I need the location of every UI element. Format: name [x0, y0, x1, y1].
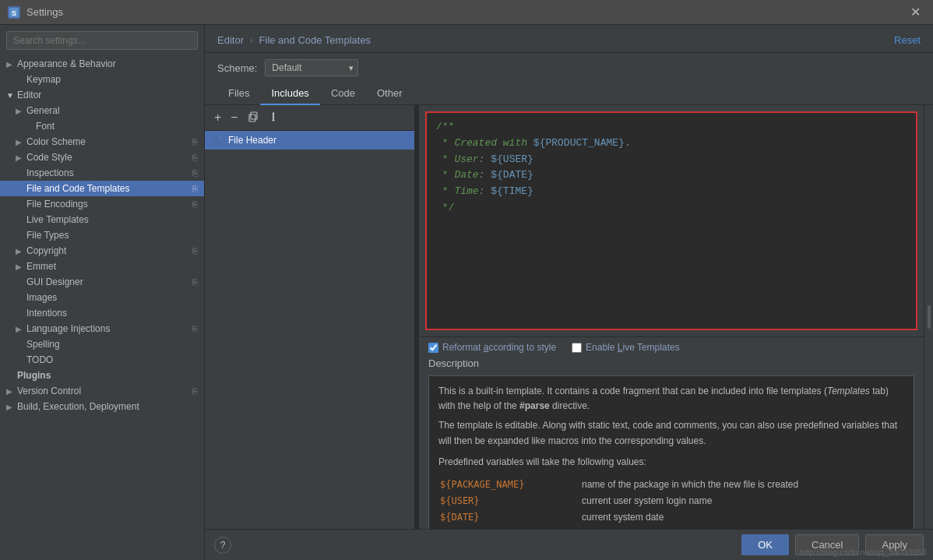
sidebar-item-guidesigner[interactable]: GUI Designer ⎘ — [0, 274, 204, 290]
sidebar-item-label: Build, Execution, Deployment — [17, 401, 198, 412]
ok-button[interactable]: OK — [741, 534, 789, 555]
reformat-label: Reformat according to style — [442, 342, 556, 353]
copy-icon: ⎘ — [192, 168, 198, 178]
copy-icon: ⎘ — [192, 153, 198, 162]
tabs-row: Files Includes Code Other — [205, 83, 933, 105]
scheme-label: Scheme: — [217, 62, 257, 74]
close-button[interactable]: ✕ — [906, 3, 925, 21]
sidebar-item-label: Plugins — [17, 370, 198, 381]
arrow-icon — [16, 309, 23, 318]
table-row: ${USER} current user system login name — [440, 494, 903, 509]
var-desc: name of the package in which the new fil… — [582, 477, 903, 492]
arrow-icon: ▼ — [6, 91, 14, 100]
arrow-icon — [16, 169, 23, 178]
copy-icon: ⎘ — [192, 137, 198, 146]
var-table: ${PACKAGE_NAME} name of the package in w… — [438, 476, 904, 527]
var-name: ${PACKAGE_NAME} — [440, 477, 580, 492]
arrow-icon: ▶ — [16, 262, 23, 271]
sidebar-item-label: Editor — [17, 90, 198, 100]
sidebar-item-spelling[interactable]: Spelling — [0, 336, 204, 352]
templates-list: + − — [205, 105, 415, 529]
breadcrumb-part-editor: Editor — [217, 34, 244, 46]
svg-rect-3 — [251, 112, 257, 119]
code-editor[interactable]: /** * Created with ${PRODUCT_NAME}. * Us… — [425, 111, 917, 330]
template-item-label: File Header — [228, 135, 276, 146]
live-templates-checkbox[interactable] — [572, 343, 582, 353]
sidebar-item-label: Appearance & Behavior — [17, 58, 198, 69]
sidebar-item-label: General — [26, 105, 198, 116]
svg-rect-5 — [214, 136, 220, 144]
help-button[interactable]: ? — [214, 537, 231, 554]
arrow-icon: ▶ — [16, 247, 23, 255]
template-item-fileheader[interactable]: File Header — [205, 131, 414, 150]
template-file-icon — [213, 135, 224, 146]
move-template-button[interactable] — [265, 110, 282, 125]
tab-files[interactable]: Files — [217, 83, 260, 105]
arrow-icon — [16, 76, 23, 84]
sidebar-item-build[interactable]: ▶ Build, Execution, Deployment — [0, 399, 204, 414]
sidebar-item-languageinjections[interactable]: ▶ Language Injections ⎘ — [0, 321, 204, 336]
copy-icon: ⎘ — [192, 277, 198, 287]
sidebar-item-livetemplates[interactable]: Live Templates — [0, 212, 204, 227]
sidebar-item-font[interactable]: Font — [0, 118, 204, 134]
sidebar-item-plugins[interactable]: Plugins — [0, 368, 204, 383]
templates-pane: + − — [205, 105, 933, 529]
arrow-icon: ▶ — [16, 153, 23, 162]
sidebar-item-label: Color Scheme — [26, 136, 192, 147]
sidebar-item-colorscheme[interactable]: ▶ Color Scheme ⎘ — [0, 134, 204, 150]
app-icon: S — [8, 6, 20, 19]
sidebar-item-versioncontrol[interactable]: ▶ Version Control ⎘ — [0, 383, 204, 399]
sidebar-item-label: Live Templates — [26, 214, 198, 225]
sidebar-item-general[interactable]: ▶ General — [0, 103, 204, 118]
arrow-icon: ▶ — [6, 403, 14, 411]
options-row: Reformat according to style Enable Live … — [419, 336, 924, 357]
sidebar-item-images[interactable]: Images — [0, 290, 204, 305]
sidebar-item-label: Font — [36, 121, 198, 132]
sidebar-item-filecodetemplates[interactable]: File and Code Templates ⎘ — [0, 181, 204, 196]
sidebar-item-filetypes[interactable]: File Types — [0, 227, 204, 243]
tab-code[interactable]: Code — [320, 83, 366, 105]
tab-other[interactable]: Other — [366, 83, 414, 105]
sidebar-item-editor[interactable]: ▼ Editor — [0, 87, 204, 103]
copy-template-button[interactable] — [245, 110, 262, 125]
sidebar-item-inspections[interactable]: Inspections ⎘ — [0, 165, 204, 181]
var-desc: current system date — [582, 510, 903, 525]
sidebar-item-label: Emmet — [26, 261, 198, 272]
live-templates-checkbox-label[interactable]: Enable Live Templates — [572, 342, 680, 353]
reformat-checkbox[interactable] — [428, 343, 438, 353]
sidebar-item-keymap[interactable]: Keymap — [0, 72, 204, 87]
templates-toolbar: + − — [205, 105, 414, 131]
add-template-button[interactable]: + — [211, 110, 224, 125]
sidebar-item-label: Language Injections — [26, 323, 192, 334]
arrow-icon — [6, 372, 14, 380]
sidebar-item-copyright[interactable]: ▶ Copyright ⎘ — [0, 243, 204, 259]
scrollbar[interactable] — [924, 105, 933, 529]
remove-template-button[interactable]: − — [227, 110, 241, 125]
sidebar-item-label: GUI Designer — [26, 276, 192, 287]
description-area: Description This is a built-in template.… — [419, 357, 924, 529]
sidebar-item-intentions[interactable]: Intentions — [0, 305, 204, 321]
watermark: http://blog.csdn.net/qq_34033853 — [800, 548, 927, 557]
description-title: Description — [428, 357, 914, 369]
search-input[interactable] — [6, 31, 198, 50]
sidebar-item-codestyle[interactable]: ▶ Code Style ⎘ — [0, 150, 204, 165]
arrow-icon: ▶ — [6, 60, 14, 69]
reformat-checkbox-label[interactable]: Reformat according to style — [428, 342, 556, 353]
copy-icon: ⎘ — [192, 324, 198, 333]
sidebar-item-emmet[interactable]: ▶ Emmet — [0, 259, 204, 274]
sidebar-item-label: Intentions — [26, 308, 198, 319]
sidebar-item-label: TODO — [26, 354, 198, 365]
sidebar-item-todo[interactable]: TODO — [0, 352, 204, 368]
copy-icon: ⎘ — [192, 199, 198, 209]
sidebar-item-appearance[interactable]: ▶ Appearance & Behavior — [0, 56, 204, 72]
search-container — [0, 25, 204, 56]
reset-link[interactable]: Reset — [894, 34, 921, 46]
var-name: ${USER} — [440, 494, 580, 509]
breadcrumb-current: File and Code Templates — [259, 34, 371, 46]
tab-includes[interactable]: Includes — [260, 83, 319, 105]
sidebar-item-label: File and Code Templates — [26, 183, 192, 194]
sidebar-item-label: Images — [26, 292, 198, 303]
arrow-icon — [16, 185, 23, 193]
scheme-select[interactable]: Default Project — [265, 59, 358, 76]
sidebar-item-fileencodings[interactable]: File Encodings ⎘ — [0, 196, 204, 212]
